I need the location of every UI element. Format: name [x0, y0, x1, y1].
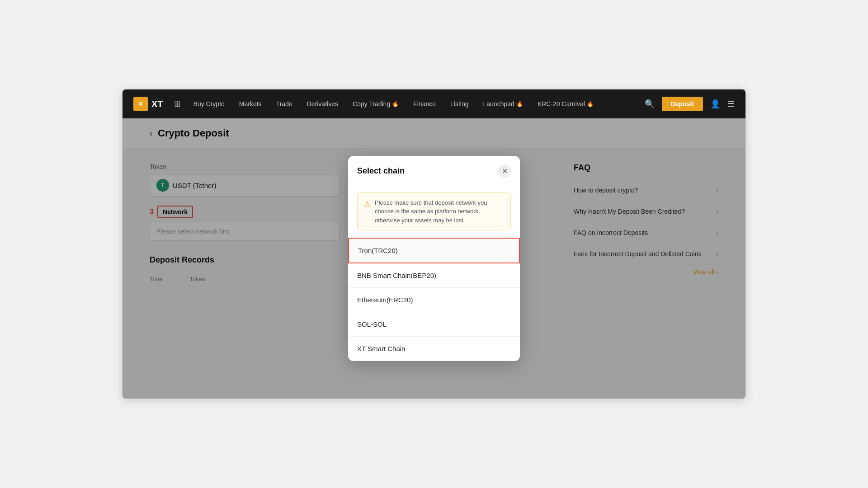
chain-label-xt: XT Smart Chain — [357, 345, 405, 352]
chain-label-bep20: BNB Smart Chain(BEP20) — [357, 272, 436, 279]
select-chain-modal: Select chain ✕ ⚠ Please make sure that d… — [348, 156, 520, 361]
modal-title: Select chain — [357, 166, 405, 176]
nav-buy-crypto[interactable]: Buy Crypto — [188, 98, 230, 110]
logo-area: ✕ XT — [133, 97, 163, 111]
nav-derivatives[interactable]: Derivatives — [302, 98, 344, 110]
nav-copy-trading[interactable]: Copy Trading 🔥 — [347, 98, 404, 110]
grid-icon[interactable]: ⊞ — [174, 99, 181, 109]
nav-launchpad[interactable]: Launchpad 🔥 — [477, 98, 528, 110]
chain-list: Tron(TRC20) BNB Smart Chain(BEP20) Ether… — [348, 238, 520, 361]
fire-icon-krc20: 🔥 — [587, 101, 594, 107]
chain-item-trc20[interactable]: Tron(TRC20) — [348, 238, 520, 263]
nav-listing[interactable]: Listing — [445, 98, 474, 110]
deposit-button[interactable]: Deposit — [662, 97, 703, 111]
nav-right: 🔍 Deposit 👤 ☰ — [645, 97, 735, 111]
warning-icon: ⚠ — [364, 199, 370, 225]
menu-icon[interactable]: ☰ — [727, 99, 735, 109]
logo-text: XT — [151, 99, 163, 109]
fire-icon-launchpad: 🔥 — [516, 101, 523, 107]
search-icon[interactable]: 🔍 — [645, 99, 655, 109]
browser-window: ✕ XT ⊞ Buy Crypto Markets Trade Derivati… — [122, 89, 746, 399]
nav-markets[interactable]: Markets — [234, 98, 267, 110]
chain-label-erc20: Ethereum(ERC20) — [357, 296, 413, 304]
page-content: ‹ Crypto Deposit Token T USDT (Tether) 3… — [123, 118, 745, 399]
modal-overlay: Select chain ✕ ⚠ Please make sure that d… — [123, 118, 745, 399]
chain-item-bep20[interactable]: BNB Smart Chain(BEP20) — [348, 263, 520, 288]
modal-close-button[interactable]: ✕ — [498, 165, 511, 178]
navbar: ✕ XT ⊞ Buy Crypto Markets Trade Derivati… — [123, 89, 745, 118]
nav-krc20[interactable]: KRC-20 Carnival 🔥 — [532, 98, 599, 110]
nav-finance[interactable]: Finance — [408, 98, 441, 110]
chain-item-sol[interactable]: SOL-SOL — [348, 312, 520, 337]
modal-warning: ⚠ Please make sure that deposit network … — [357, 192, 511, 231]
modal-warning-text: Please make sure that deposit network yo… — [375, 198, 504, 225]
chain-item-erc20[interactable]: Ethereum(ERC20) — [348, 288, 520, 312]
chain-item-xt[interactable]: XT Smart Chain — [348, 337, 520, 361]
nav-trade[interactable]: Trade — [271, 98, 298, 110]
chain-label-trc20: Tron(TRC20) — [358, 247, 398, 254]
chain-label-sol: SOL-SOL — [357, 320, 387, 328]
logo-icon: ✕ — [133, 97, 148, 111]
fire-icon-copy: 🔥 — [392, 101, 399, 107]
modal-header: Select chain ✕ — [348, 156, 520, 185]
user-icon[interactable]: 👤 — [710, 99, 720, 109]
